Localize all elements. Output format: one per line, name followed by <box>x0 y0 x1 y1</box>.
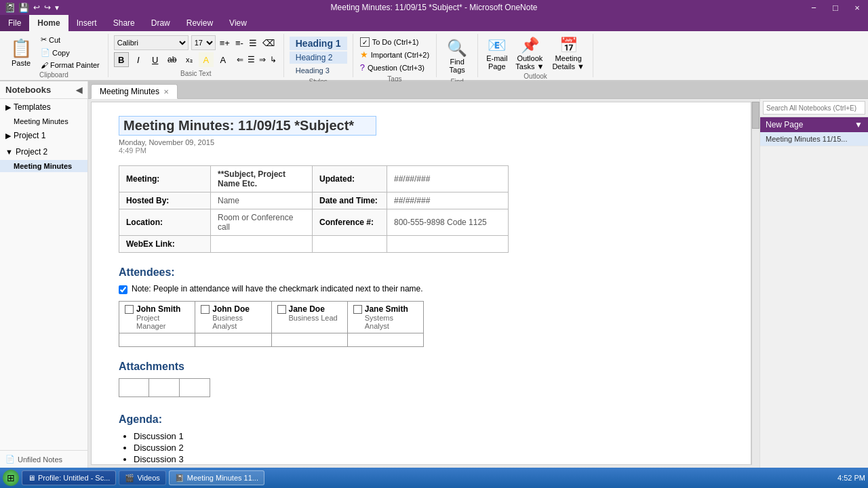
qa-undo[interactable]: ↩ <box>32 3 41 12</box>
basic-text-group: Calibri 17 ≡+ ≡- ☰ ⌫ B I U ab x₂ A A ⇐ ☰… <box>108 34 284 77</box>
heading1-style[interactable]: Heading 1 <box>290 37 347 50</box>
taskbar-item-videos[interactable]: 🎬 Videos <box>119 470 165 485</box>
cut-btn[interactable]: ✂ Cut <box>38 34 102 45</box>
taskbar-time: 4:52 PM <box>837 474 865 482</box>
info-table: Meeting: **Subject, Project Name Etc. Up… <box>119 165 509 253</box>
question-tag[interactable]: ? Question (Ctrl+3) <box>359 62 431 73</box>
agenda-item-1: Discussion 1 <box>134 431 724 441</box>
tab-close-btn[interactable]: ✕ <box>163 88 169 96</box>
maximize-btn[interactable]: □ <box>825 0 846 15</box>
sidebar-child-templates-minutes[interactable]: Meeting Minutes <box>0 115 87 127</box>
align-center-btn[interactable]: ☰ <box>246 55 256 64</box>
font-select[interactable]: Calibri <box>114 35 189 50</box>
sidebar-item-project1[interactable]: ▶ Project 1 <box>0 127 87 144</box>
attendees-table: John Smith Project Manager John Doe Busi… <box>119 301 424 347</box>
right-page-item-1[interactable]: Meeting Minutes 11/15... <box>760 132 868 146</box>
format-painter-btn[interactable]: 🖌 Format Painter <box>38 60 102 70</box>
underline-btn[interactable]: U <box>148 52 163 67</box>
quick-access-toolbar: 📓 💾 ↩ ↪ ▼ <box>0 2 64 13</box>
sidebar-item-project2[interactable]: ▼ Project 2 <box>0 144 87 160</box>
important-tag[interactable]: ★ Important (Ctrl+2) <box>359 49 431 60</box>
heading2-style[interactable]: Heading 2 <box>290 52 347 64</box>
document-title-input[interactable] <box>119 116 376 136</box>
align-left-btn[interactable]: ⇐ <box>235 55 245 64</box>
tab-file[interactable]: File <box>0 15 29 31</box>
qa-dropdown[interactable]: ▼ <box>54 4 60 12</box>
page-content: Monday, November 09, 2015 4:49 PM Meetin… <box>91 102 751 465</box>
attachment-cell-3[interactable] <box>180 378 210 397</box>
qa-redo[interactable]: ↪ <box>43 3 52 12</box>
agenda-heading: Agenda: <box>119 413 724 426</box>
agenda-item-3: Discussion 3 <box>134 454 724 464</box>
font-size-select[interactable]: 17 <box>191 35 216 50</box>
page-scrollbar[interactable] <box>751 102 760 465</box>
search-all-notebooks[interactable] <box>763 101 865 115</box>
qa-save[interactable]: 💾 <box>17 3 31 13</box>
close-btn[interactable]: × <box>846 0 868 15</box>
sidebar: Notebooks ◀ ▶ Templates Meeting Minutes … <box>0 81 88 468</box>
find-group: 🔍 Find Tags Find <box>437 34 478 77</box>
tab-home[interactable]: Home <box>29 15 68 31</box>
start-button[interactable]: ⊞ <box>3 470 19 486</box>
document-time: 4:49 PM <box>119 146 724 155</box>
list-btn[interactable]: ☰ <box>248 38 258 48</box>
attendance-checkbox[interactable] <box>119 285 127 294</box>
subscript-btn[interactable]: x₂ <box>182 52 197 67</box>
attachment-cell-1[interactable] <box>119 378 149 397</box>
minimize-btn[interactable]: − <box>803 0 825 15</box>
unfiled-notes[interactable]: 📄 Unfiled Notes <box>0 450 87 468</box>
paste-btn[interactable]: 📋 Paste <box>5 36 37 69</box>
attachments-heading: Attachments <box>119 361 724 373</box>
bold-btn[interactable]: B <box>114 52 129 67</box>
sidebar-child-project2-minutes[interactable]: Meeting Minutes <box>0 160 87 172</box>
tab-review[interactable]: Review <box>178 15 221 31</box>
taskbar: ⊞ 🖥 Profile: Untitled - Sc... 🎬 Videos 📓… <box>0 468 868 488</box>
sidebar-collapse-btn[interactable]: ◀ <box>76 85 82 95</box>
right-panel: New Page ▼ Meeting Minutes 11/15... <box>760 99 868 468</box>
taskbar-item-onenote[interactable]: 📓 Meeting Minutes 11... <box>169 470 264 485</box>
tab-draw[interactable]: Draw <box>143 15 178 31</box>
agenda-list: Discussion 1 Discussion 2 Discussion 3 <box>134 431 724 464</box>
copy-btn[interactable]: 📄 Copy <box>38 47 102 58</box>
italic-btn[interactable]: I <box>131 52 146 67</box>
email-page-btn[interactable]: 📧 E-mail Page <box>484 35 510 72</box>
tags-group: ✓ To Do (Ctrl+1) ★ Important (Ctrl+2) ? … <box>353 34 437 77</box>
sidebar-item-templates[interactable]: ▶ Templates <box>0 99 87 115</box>
find-tags-btn[interactable]: 🔍 Find Tags <box>442 35 472 77</box>
align-right-btn[interactable]: ⇒ <box>258 55 267 64</box>
highlight-btn[interactable]: A <box>199 52 214 67</box>
clipboard-group: 📋 Paste ✂ Cut 📄 Copy 🖌 Format Painter Cl… <box>0 34 108 77</box>
indent-btn[interactable]: ↳ <box>269 55 278 64</box>
agenda-item-2: Discussion 2 <box>134 443 724 453</box>
attendees-heading: Attendees: <box>119 266 724 279</box>
taskbar-item-profile[interactable]: 🖥 Profile: Untitled - Sc... <box>22 470 116 485</box>
increase-indent-btn[interactable]: ≡+ <box>218 38 231 48</box>
font-color-btn[interactable]: A <box>216 52 231 67</box>
app-icon: 📓 <box>4 2 16 13</box>
new-page-btn[interactable]: New Page ▼ <box>760 117 868 132</box>
tab-meeting-minutes[interactable]: Meeting Minutes ✕ <box>91 84 178 99</box>
document-date: Monday, November 09, 2015 <box>119 138 724 146</box>
notebooks-label: Notebooks <box>5 85 51 95</box>
attendees-note: Note: People in attendance will have the… <box>119 284 724 294</box>
outlook-group: 📧 E-mail Page 📌 Outlook Tasks ▼ 📅 Meetin… <box>478 34 593 77</box>
window-title: Meeting Minutes: 11/09/15 *Subject* - Mi… <box>331 3 538 12</box>
tab-insert[interactable]: Insert <box>68 15 105 31</box>
outlook-tasks-btn[interactable]: 📌 Outlook Tasks ▼ <box>513 35 547 72</box>
tab-share[interactable]: Share <box>105 15 143 31</box>
decrease-indent-btn[interactable]: ≡- <box>234 38 245 48</box>
clear-format-btn[interactable]: ⌫ <box>261 38 276 48</box>
attachment-cell-2[interactable] <box>149 378 180 397</box>
tab-view[interactable]: View <box>221 15 255 31</box>
window-controls: − □ × <box>803 0 868 15</box>
strikethrough-btn[interactable]: ab <box>165 52 180 67</box>
meeting-details-btn[interactable]: 📅 Meeting Details ▼ <box>549 35 587 72</box>
todo-tag[interactable]: ✓ To Do (Ctrl+1) <box>359 37 431 47</box>
heading3-style[interactable]: Heading 3 <box>290 65 347 76</box>
styles-group: Heading 1 Heading 2 Heading 3 Styles <box>284 34 353 77</box>
